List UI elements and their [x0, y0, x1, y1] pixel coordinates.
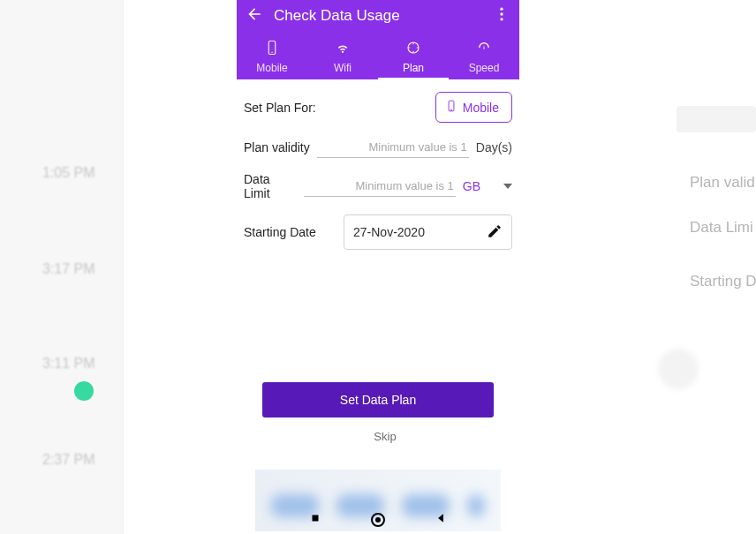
tab-label: Wifi: [334, 62, 352, 74]
app-bar-top: Check Data Usage: [237, 0, 519, 32]
tabs: Mobile Wifi Plan Speed: [237, 32, 519, 79]
bg-right-fab: [658, 349, 699, 389]
phone-screen: Check Data Usage Mobile Wifi Plan Speed: [237, 0, 519, 534]
bg-right-label: Plan valid: [690, 174, 755, 192]
bg-right-label: Data Limi: [690, 219, 753, 237]
set-data-plan-button[interactable]: Set Data Plan: [262, 382, 494, 417]
starting-date-value: 27-Nov-2020: [353, 225, 425, 239]
home-button[interactable]: [371, 513, 385, 527]
background-left-column: 1:05 PM 3:17 PM 3:11 PM 2:37 PM: [0, 0, 124, 534]
background-right-column: Plan valid Data Limi Starting D: [677, 0, 756, 534]
set-plan-for-value: Mobile: [463, 101, 499, 115]
starting-date-field[interactable]: 27-Nov-2020: [344, 214, 512, 250]
bg-time: 2:37 PM: [42, 452, 95, 468]
edit-date-icon[interactable]: [487, 223, 503, 242]
speed-icon: [476, 40, 492, 58]
data-limit-label: Data Limit: [244, 172, 297, 200]
plan-validity-unit: Day(s): [476, 140, 512, 154]
unit-dropdown-icon[interactable]: [503, 184, 512, 189]
svg-rect-8: [313, 515, 319, 522]
svg-point-0: [500, 8, 503, 11]
plan-validity-input[interactable]: [317, 137, 469, 158]
app-title: Check Data Usage: [274, 7, 482, 25]
tab-label: Mobile: [256, 62, 287, 74]
data-limit-unit: GB: [463, 179, 480, 193]
svg-point-1: [500, 12, 503, 15]
app-bar: Check Data Usage Mobile Wifi Plan Speed: [237, 0, 519, 79]
svg-point-2: [500, 18, 503, 20]
bg-right-bar: [677, 106, 756, 132]
plan-validity-row: Plan validity Day(s): [244, 137, 512, 158]
mobile-icon: [264, 40, 280, 58]
wifi-icon: [335, 40, 351, 58]
bg-time: 1:05 PM: [42, 165, 95, 181]
skip-link[interactable]: Skip: [244, 430, 512, 443]
set-plan-for-button[interactable]: Mobile: [435, 92, 512, 123]
tab-label: Plan: [403, 62, 424, 74]
phone-icon: [445, 98, 457, 117]
starting-date-row: Starting Date 27-Nov-2020: [244, 214, 512, 250]
bg-green-dot: [74, 381, 94, 401]
tab-plan[interactable]: Plan: [378, 40, 449, 79]
bg-time: 3:17 PM: [42, 261, 95, 277]
set-plan-for-row: Set Plan For: Mobile: [244, 92, 512, 123]
bg-right-label: Starting D: [690, 273, 756, 290]
android-nav-bar: [237, 506, 519, 534]
overflow-menu-icon[interactable]: [493, 5, 510, 26]
tab-speed[interactable]: Speed: [449, 40, 519, 79]
svg-point-4: [271, 52, 273, 54]
form-content: Set Plan For: Mobile Plan validity Day(s…: [237, 79, 519, 531]
tab-wifi[interactable]: Wifi: [307, 40, 378, 79]
tab-label: Speed: [469, 62, 500, 74]
back-icon[interactable]: [246, 5, 263, 26]
tab-mobile[interactable]: Mobile: [237, 40, 307, 79]
recent-apps-button[interactable]: [309, 512, 321, 528]
data-limit-row: Data Limit GB: [244, 172, 512, 200]
plan-validity-label: Plan validity: [244, 140, 310, 154]
set-plan-for-label: Set Plan For:: [244, 101, 316, 115]
starting-date-label: Starting Date: [244, 225, 336, 239]
data-limit-input[interactable]: [304, 176, 456, 197]
plan-icon: [405, 40, 421, 58]
svg-rect-6: [449, 101, 454, 111]
bg-time: 3:11 PM: [42, 356, 95, 372]
back-button[interactable]: [435, 512, 447, 528]
